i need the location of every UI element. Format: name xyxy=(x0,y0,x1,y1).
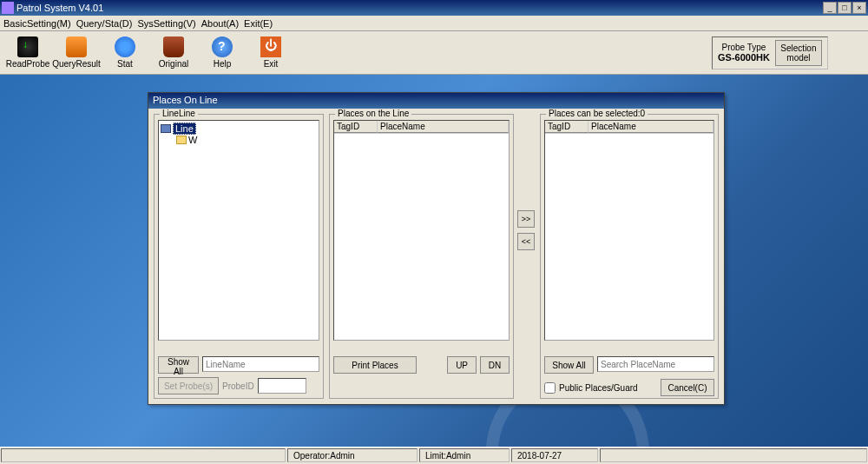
tree-root-item[interactable]: Line xyxy=(161,123,317,135)
move-left-button[interactable]: << xyxy=(517,233,535,250)
menu-bar: BasicSetting(M) Query/Sta(D) SysSetting(… xyxy=(0,16,868,31)
menu-exit[interactable]: Exit(E) xyxy=(244,18,273,29)
search-placename-input[interactable] xyxy=(597,356,714,372)
up-button[interactable]: UP xyxy=(447,356,477,374)
places-on-line-list[interactable]: TagID PlaceName xyxy=(333,120,510,341)
col-tagid[interactable]: TagID xyxy=(334,121,378,133)
tree-child-label: W xyxy=(188,135,197,145)
show-all-places-button[interactable]: Show All xyxy=(544,356,594,374)
tree-root-label: Line xyxy=(173,123,196,135)
move-right-button[interactable]: >> xyxy=(517,210,535,228)
toolbar-help[interactable]: Help xyxy=(198,33,247,73)
menu-basic-setting[interactable]: BasicSetting(M) xyxy=(3,18,71,29)
original-icon xyxy=(163,36,184,57)
probe-type-label: Probe Type xyxy=(718,43,770,52)
line-tree[interactable]: Line W xyxy=(158,120,319,341)
close-button[interactable]: × xyxy=(852,2,866,14)
line-group-label: LineLine xyxy=(160,109,198,118)
public-places-checkbox[interactable] xyxy=(544,382,556,394)
places-selectable-group: Places can be selected:0 TagID PlaceName… xyxy=(540,114,719,399)
minimize-button[interactable]: _ xyxy=(823,2,837,14)
help-icon xyxy=(212,36,233,57)
app-title: Patrol System V4.01 xyxy=(16,3,823,13)
transfer-buttons: >> << xyxy=(517,88,536,373)
toolbar-query-result[interactable]: QueryResult xyxy=(52,33,101,73)
line-name-input[interactable] xyxy=(202,356,319,372)
places-on-line-label: Places on the Line xyxy=(335,109,411,118)
menu-about[interactable]: About(A) xyxy=(201,18,239,29)
query-result-icon xyxy=(66,36,87,57)
col-placename[interactable]: PlaceName xyxy=(378,121,509,133)
toolbar-stat[interactable]: Stat xyxy=(101,33,149,73)
menu-sys-setting[interactable]: SysSetting(V) xyxy=(137,18,195,29)
status-empty xyxy=(1,448,286,462)
col-placename-2[interactable]: PlaceName xyxy=(589,121,713,133)
set-probe-button[interactable]: Set Probe(s) xyxy=(158,377,219,394)
list-header-2: TagID PlaceName xyxy=(545,121,713,134)
list-header: TagID PlaceName xyxy=(334,121,509,134)
read-probe-icon xyxy=(17,36,38,57)
show-all-lines-button[interactable]: Show All xyxy=(158,356,199,374)
status-operator: Operator:Admin xyxy=(287,448,418,462)
toolbar-exit[interactable]: Exit xyxy=(247,33,295,73)
dialog-title: Places On Line xyxy=(148,93,724,109)
toolbar-original[interactable]: Original xyxy=(149,33,198,73)
places-selectable-list[interactable]: TagID PlaceName xyxy=(544,120,714,341)
status-bar: Operator:Admin Limit:Admin 2018-07-27 xyxy=(0,447,868,464)
status-date: 2018-07-27 xyxy=(511,448,598,462)
public-places-label: Public Places/Guard xyxy=(559,383,638,393)
title-bar: Patrol System V4.01 _ □ × xyxy=(0,0,868,16)
status-rest xyxy=(600,448,867,462)
places-on-line-dialog: Places On Line LineLine Line W Show All xyxy=(148,92,725,405)
col-tagid-2[interactable]: TagID xyxy=(545,121,589,133)
status-limit: Limit:Admin xyxy=(419,448,510,462)
tree-root-icon xyxy=(161,124,171,133)
exit-icon xyxy=(260,36,281,57)
folder-icon xyxy=(176,136,187,144)
probe-id-input[interactable] xyxy=(258,378,306,394)
probe-id-label: ProbeID xyxy=(222,381,254,391)
toolbar-read-probe[interactable]: ReadProbe xyxy=(3,33,52,73)
tree-child-item[interactable]: W xyxy=(176,135,317,145)
dn-button[interactable]: DN xyxy=(480,356,510,374)
cancel-button[interactable]: Cancel(C) xyxy=(661,379,714,396)
desktop-area: JINHAIGE ELECTRONICS Places On Line Line… xyxy=(0,75,868,447)
places-on-line-group: Places on the Line TagID PlaceName Print… xyxy=(329,114,514,399)
print-places-button[interactable]: Print Places xyxy=(333,356,417,374)
line-group: LineLine Line W Show All Set P xyxy=(154,114,324,399)
stat-icon xyxy=(115,36,135,57)
toolbar: ReadProbe QueryResult Stat Original Help… xyxy=(0,31,868,75)
maximize-button[interactable]: □ xyxy=(838,2,852,14)
app-icon xyxy=(2,2,14,14)
probe-type-panel: Probe Type GS-6000HK Selection model xyxy=(712,36,828,70)
selection-model-button[interactable]: Selection model xyxy=(775,40,822,66)
menu-query-sta[interactable]: Query/Sta(D) xyxy=(76,18,133,29)
probe-type-value: GS-6000HK xyxy=(718,52,770,63)
places-selectable-label: Places can be selected:0 xyxy=(546,109,648,118)
